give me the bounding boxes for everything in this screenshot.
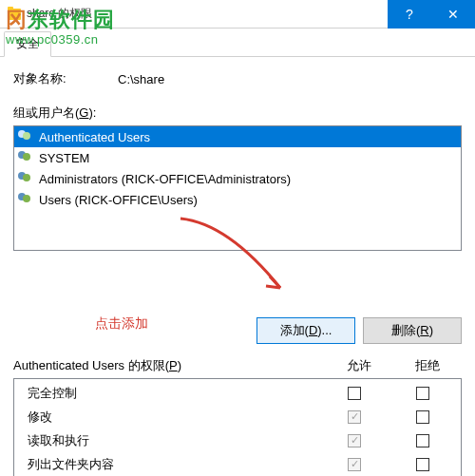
window-title: share 的权限	[27, 6, 92, 22]
permission-row: 修改	[18, 405, 457, 428]
list-item[interactable]: Administrators (RICK-OFFICE\Administrato…	[14, 168, 461, 189]
permission-row: 读取和执行	[18, 428, 457, 452]
object-name-value: C:\share	[118, 72, 164, 86]
allow-checkbox[interactable]	[348, 387, 361, 400]
deny-checkbox[interactable]	[416, 458, 429, 471]
deny-checkbox[interactable]	[416, 387, 429, 400]
list-item[interactable]: Users (RICK-OFFICE\Users)	[14, 189, 461, 210]
groups-listbox[interactable]: Authenticated UsersSYSTEMAdministrators …	[13, 125, 462, 251]
list-item-label: Users (RICK-OFFICE\Users)	[39, 193, 198, 207]
permission-row: 完全控制	[18, 381, 457, 405]
users-icon	[18, 151, 35, 164]
permission-name: 完全控制	[18, 385, 320, 402]
help-icon: ?	[406, 7, 413, 22]
list-item-label: SYSTEM	[39, 151, 89, 165]
permission-name: 修改	[18, 409, 320, 426]
allow-checkbox	[348, 458, 361, 471]
object-name-label: 对象名称:	[13, 70, 118, 87]
allow-checkbox	[348, 410, 361, 424]
list-item[interactable]: SYSTEM	[14, 147, 461, 168]
list-item-label: Authenticated Users	[39, 130, 150, 144]
remove-button[interactable]: 删除(R)	[363, 317, 462, 344]
deny-header: 拒绝	[393, 357, 462, 374]
users-icon	[18, 193, 35, 206]
users-icon	[18, 172, 35, 185]
permissions-table: 完全控制修改读取和执行列出文件夹内容	[13, 378, 462, 476]
list-item[interactable]: Authenticated Users	[14, 126, 461, 147]
deny-checkbox[interactable]	[416, 434, 429, 447]
list-item-label: Administrators (RICK-OFFICE\Administrato…	[39, 172, 291, 186]
folder-icon	[8, 9, 21, 20]
tab-security[interactable]: 安全	[4, 31, 51, 57]
object-name-row: 对象名称: C:\share	[13, 70, 462, 87]
add-button[interactable]: 添加(D)...	[256, 317, 355, 344]
allow-header: 允许	[325, 357, 393, 374]
help-button[interactable]: ?	[388, 0, 431, 29]
close-button[interactable]: ✕	[431, 0, 475, 29]
permission-name: 列出文件夹内容	[18, 456, 320, 473]
users-icon	[18, 130, 35, 143]
permissions-label: Authenticated Users 的权限(P) 允许 拒绝	[13, 357, 462, 374]
groups-label: 组或用户名(G):	[13, 105, 462, 122]
close-icon: ✕	[447, 7, 459, 22]
permission-row: 列出文件夹内容	[18, 452, 457, 476]
deny-checkbox[interactable]	[416, 410, 429, 424]
permission-name: 读取和执行	[18, 432, 320, 449]
allow-checkbox	[348, 434, 361, 447]
titlebar: share 的权限 ? ✕	[0, 0, 475, 29]
annotation-text: 点击添加	[95, 315, 148, 333]
tab-strip: 安全	[0, 29, 475, 57]
